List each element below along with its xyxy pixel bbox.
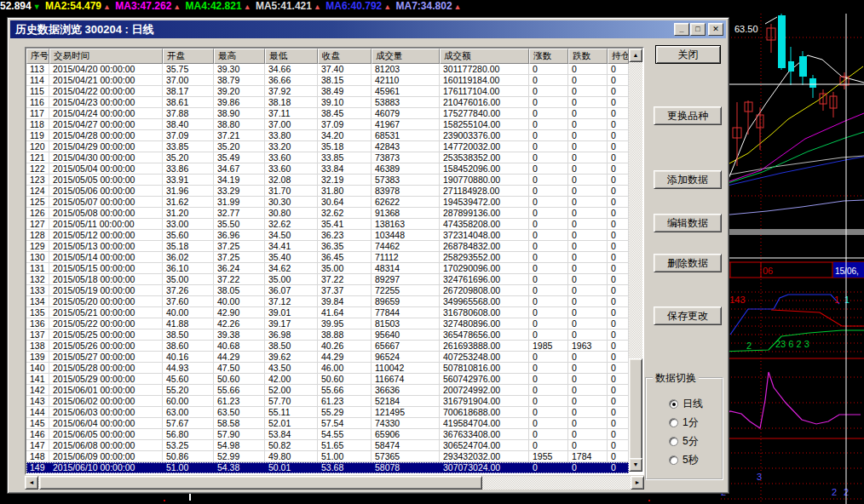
table-row[interactable]: 1252015/05/07 00:00:0031.6231.9930.3030.… [26, 197, 629, 208]
table-cell: 122 [26, 163, 49, 175]
table-row[interactable]: 1462015/06/05 00:00:0056.8057.9053.8454.… [26, 429, 629, 440]
table-row[interactable]: 1352015/05/21 00:00:0040.0042.9039.0141.… [26, 307, 629, 318]
column-header[interactable]: 序号 [26, 49, 49, 64]
column-header[interactable]: 开盘 [163, 49, 214, 64]
table-cell: 0 [608, 186, 629, 197]
table-row[interactable]: 1342015/05/20 00:00:0037.6040.0037.1239.… [26, 296, 629, 307]
close-button[interactable]: 关闭 [655, 45, 721, 64]
table-row[interactable]: 1222015/05/04 00:00:0033.8634.6733.6033.… [26, 163, 629, 175]
horizontal-scrollbar[interactable]: ◄ ► [25, 476, 644, 490]
table-cell: 116674 [372, 374, 440, 385]
table-row[interactable]: 1412015/05/29 00:00:0045.6050.6042.0050.… [26, 374, 629, 385]
table-cell: 35.49 [214, 152, 265, 163]
radio-daily[interactable]: 日线 [669, 398, 703, 410]
scroll-down-button[interactable]: ▼ [629, 458, 642, 472]
table-row[interactable]: 1302015/05/14 00:00:0036.0237.2535.4036.… [26, 252, 629, 263]
table-row[interactable]: 1442015/06/03 00:00:0063.0063.5055.1155.… [26, 407, 629, 418]
table-row[interactable]: 1182015/04/27 00:00:0038.4038.8037.0037.… [26, 119, 629, 130]
table-row[interactable]: 1382015/05/26 00:00:0038.6040.6838.5040.… [26, 341, 629, 352]
table-row[interactable]: 1322015/05/18 00:00:0035.0037.2235.0037.… [26, 274, 629, 285]
column-header[interactable]: 跌数 [568, 49, 608, 64]
table-cell: 2015/05/13 00:00:00 [49, 241, 163, 252]
vertical-scroll-thumb[interactable] [629, 358, 642, 460]
table-row[interactable]: 1172015/04/24 00:00:0037.8838.9037.1138.… [26, 108, 629, 119]
table-row[interactable]: 1162015/04/23 00:00:0038.6139.8638.1839.… [26, 97, 629, 108]
radio-5min[interactable]: 5分 [669, 436, 699, 448]
dialog-titlebar[interactable]: 历史数据浏览 300204 : 日线 _□✕ [10, 20, 726, 38]
table-row[interactable]: 1372015/05/25 00:00:0038.5039.3836.9838.… [26, 329, 629, 341]
table-cell: 293432032.00 [440, 451, 529, 462]
vertical-scrollbar[interactable]: ▲ ▼ [629, 49, 642, 472]
table-row[interactable]: 1242015/05/06 00:00:0031.9633.2931.7031.… [26, 186, 629, 197]
table-row[interactable]: 1132015/04/20 00:00:0035.7539.3034.6637.… [26, 64, 629, 75]
close-window-button[interactable]: ✕ [708, 23, 723, 36]
delete-data-button[interactable]: 删除数据 [654, 254, 722, 272]
table-row[interactable]: 1472015/06/08 00:00:0053.2554.9850.8251.… [26, 440, 629, 451]
column-header[interactable]: 收盘 [318, 49, 372, 64]
table-row[interactable]: 1262015/05/08 00:00:0031.2032.7730.8032.… [26, 208, 629, 219]
table-cell: 2015/05/18 00:00:00 [49, 274, 163, 285]
table-cell: 1955 [529, 451, 568, 462]
table-cell: 0 [568, 97, 608, 108]
save-changes-button[interactable]: 保存更改 [654, 306, 722, 325]
table-row[interactable]: 1482015/06/09 00:00:0050.8652.9949.8051.… [26, 451, 629, 462]
table-row[interactable]: 1452015/06/04 00:00:0057.6758.5852.0157.… [26, 418, 629, 429]
table-cell: 33.86 [163, 163, 214, 175]
scroll-left-button[interactable]: ◄ [25, 476, 38, 490]
table-cell: 57.90 [214, 429, 265, 440]
table-row[interactable]: 1332015/05/19 00:00:0037.2638.0536.0737.… [26, 285, 629, 296]
table-cell: 132 [26, 274, 49, 285]
table-cell: 2015/06/09 00:00:00 [49, 451, 163, 462]
table-cell: 35.20 [163, 152, 214, 163]
table-row[interactable]: 1492015/06/10 00:00:0051.0054.3850.0153.… [26, 462, 629, 473]
column-header[interactable]: 最低 [265, 49, 318, 64]
column-header[interactable]: 成交量 [372, 49, 440, 64]
table-cell: 0 [529, 429, 568, 440]
table-cell: 0 [608, 97, 629, 108]
table-cell: 50.60 [214, 374, 265, 385]
table-cell: 0 [608, 130, 629, 141]
radio-1min[interactable]: 1分 [669, 417, 699, 429]
table-cell: 316791904.00 [440, 396, 529, 407]
table-row[interactable]: 1272015/05/11 00:00:0033.0035.5032.6235.… [26, 219, 629, 230]
column-header[interactable]: 最高 [214, 49, 265, 64]
table-row[interactable]: 1282015/05/12 00:00:0035.6036.9634.5036.… [26, 230, 629, 241]
minimize-button[interactable]: _ [674, 23, 689, 36]
table-row[interactable]: 1422015/06/01 00:00:0055.2055.6652.0055.… [26, 385, 629, 396]
column-header[interactable]: 涨数 [529, 49, 568, 64]
table-row[interactable]: 1362015/05/22 00:00:0041.8842.2639.1739.… [26, 318, 629, 329]
scroll-right-button[interactable]: ► [631, 476, 644, 490]
table-cell: 54.98 [214, 440, 265, 451]
table-row[interactable]: 1202015/04/29 00:00:0033.8535.2033.2035.… [26, 141, 629, 152]
table-row[interactable]: 1402015/05/28 00:00:0044.9347.5043.5046.… [26, 363, 629, 374]
table-cell: 44.93 [163, 363, 214, 374]
table-cell: 147 [26, 440, 49, 451]
table-row[interactable]: 1292015/05/13 00:00:0035.1837.2534.4136.… [26, 241, 629, 252]
table-row[interactable]: 1212015/04/30 00:00:0035.2035.4933.6033.… [26, 152, 629, 163]
table-row[interactable]: 1232015/05/05 00:00:0033.9134.1932.0832.… [26, 175, 629, 186]
table-cell: 117 [26, 108, 49, 119]
table-row[interactable]: 1392015/05/27 00:00:0040.1644.2939.6244.… [26, 352, 629, 363]
radio-5sec[interactable]: 5秒 [669, 455, 699, 467]
scroll-up-button[interactable]: ▲ [629, 49, 642, 62]
table-cell: 2015/05/11 00:00:00 [49, 219, 163, 230]
table-cell: 118 [26, 119, 49, 130]
table-cell: 52.00 [265, 385, 318, 396]
table-row[interactable]: 1152015/04/22 00:00:0038.1739.2037.9238.… [26, 86, 629, 97]
edit-data-button[interactable]: 编辑数据 [654, 214, 722, 232]
table-cell: 55.11 [265, 407, 318, 418]
column-header[interactable]: 成交额 [440, 49, 529, 64]
column-header[interactable]: 持仓 [608, 49, 629, 64]
table-row[interactable]: 1312015/05/15 00:00:0036.1036.2434.6235.… [26, 263, 629, 274]
horizontal-scroll-thumb[interactable] [39, 476, 482, 490]
table-row[interactable]: 1432015/06/02 00:00:0060.0061.2357.7061.… [26, 396, 629, 407]
table-cell: 34.67 [214, 163, 265, 175]
table-row[interactable]: 1142015/04/21 00:00:0037.0038.7936.6638.… [26, 75, 629, 86]
column-header[interactable]: 交易时间 [49, 49, 163, 64]
table-cell: 35.18 [163, 241, 214, 252]
add-data-button[interactable]: 添加数据 [654, 170, 722, 189]
maximize-button[interactable]: □ [690, 23, 706, 36]
change-symbol-button[interactable]: 更换品种 [654, 106, 722, 125]
table-row[interactable]: 1192015/04/28 00:00:0037.0937.2133.8034.… [26, 130, 629, 141]
table-cell: 57383 [372, 175, 440, 186]
